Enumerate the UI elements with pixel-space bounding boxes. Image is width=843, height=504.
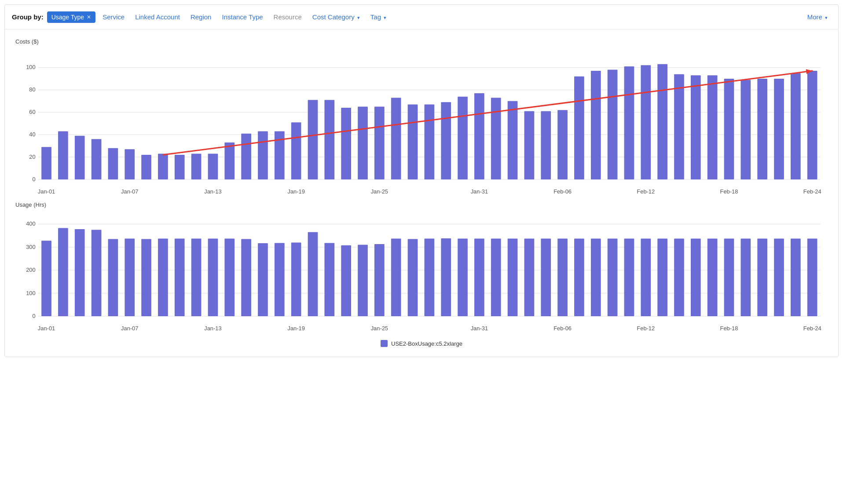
svg-text:Jan-25: Jan-25 [371, 188, 388, 195]
svg-rect-124 [757, 238, 767, 316]
svg-text:100: 100 [26, 64, 36, 70]
svg-text:0: 0 [32, 313, 35, 319]
filter-region[interactable]: Region [187, 11, 215, 23]
svg-rect-32 [374, 107, 385, 179]
filter-cost-category[interactable]: Cost Category ▾ [309, 11, 363, 23]
svg-text:Jan-13: Jan-13 [204, 325, 221, 332]
svg-rect-48 [641, 65, 651, 179]
svg-text:Feb-18: Feb-18 [720, 188, 738, 195]
svg-rect-111 [541, 238, 551, 316]
svg-rect-16 [108, 148, 118, 179]
svg-text:20: 20 [29, 153, 35, 160]
svg-rect-14 [75, 136, 85, 179]
svg-rect-100 [358, 245, 368, 316]
svg-rect-97 [308, 232, 318, 316]
usage-chart-section: Usage (Hrs) 0100200300400Jan-01Jan-07Jan… [15, 201, 828, 334]
svg-rect-53 [724, 79, 734, 179]
svg-rect-106 [458, 238, 468, 316]
costs-chart-svg: 020406080100Jan-01Jan-07Jan-13Jan-19Jan-… [15, 47, 828, 197]
svg-rect-85 [108, 239, 118, 316]
svg-rect-125 [774, 238, 784, 316]
svg-rect-126 [791, 238, 801, 316]
svg-rect-127 [807, 238, 817, 316]
svg-rect-123 [740, 238, 751, 316]
svg-rect-120 [691, 238, 701, 316]
svg-rect-90 [191, 238, 202, 316]
svg-rect-54 [740, 80, 751, 179]
svg-text:Jan-13: Jan-13 [204, 188, 221, 195]
svg-text:Feb-06: Feb-06 [553, 325, 572, 332]
remove-filter-button[interactable]: ✕ [87, 14, 91, 20]
svg-rect-99 [341, 245, 351, 316]
active-filter-chip[interactable]: Usage Type ✕ [47, 11, 95, 23]
svg-rect-55 [757, 79, 767, 179]
svg-text:100: 100 [26, 290, 36, 296]
cost-category-arrow: ▾ [357, 15, 360, 20]
svg-rect-109 [508, 238, 518, 316]
svg-rect-81 [41, 241, 51, 316]
svg-rect-82 [58, 228, 68, 316]
svg-rect-15 [92, 139, 102, 179]
svg-rect-42 [541, 111, 551, 179]
svg-rect-101 [374, 244, 385, 316]
svg-rect-107 [474, 238, 484, 316]
svg-rect-92 [224, 238, 235, 316]
costs-chart-section: Costs ($) 020406080100Jan-01Jan-07Jan-13… [15, 38, 828, 197]
svg-text:Jan-19: Jan-19 [287, 325, 304, 332]
svg-text:Jan-07: Jan-07 [121, 325, 138, 332]
svg-rect-104 [425, 238, 435, 316]
svg-text:Feb-12: Feb-12 [637, 325, 655, 332]
svg-text:0: 0 [32, 176, 35, 183]
svg-rect-18 [141, 155, 151, 179]
svg-text:Jan-19: Jan-19 [287, 188, 304, 195]
svg-rect-46 [608, 70, 618, 179]
svg-rect-119 [674, 238, 684, 316]
svg-rect-102 [391, 238, 401, 316]
chart-legend: USE2-BoxUsage:c5.2xlarge [15, 340, 828, 352]
svg-text:Jan-31: Jan-31 [471, 188, 488, 195]
svg-rect-30 [341, 108, 351, 179]
svg-text:Feb-18: Feb-18 [720, 325, 738, 332]
svg-rect-94 [258, 243, 268, 316]
svg-rect-29 [324, 100, 334, 179]
legend-swatch [381, 340, 388, 347]
svg-rect-33 [391, 98, 401, 179]
svg-rect-89 [175, 238, 185, 316]
svg-text:Jan-07: Jan-07 [121, 188, 138, 195]
svg-rect-28 [308, 100, 318, 179]
svg-text:Feb-24: Feb-24 [803, 325, 821, 332]
filter-linked-account[interactable]: Linked Account [132, 11, 183, 23]
svg-rect-93 [241, 239, 251, 316]
svg-rect-52 [707, 75, 718, 179]
svg-text:40: 40 [29, 131, 35, 138]
svg-text:Jan-01: Jan-01 [38, 188, 55, 195]
svg-rect-13 [58, 131, 68, 179]
svg-rect-31 [358, 107, 368, 179]
svg-rect-117 [641, 238, 651, 316]
svg-rect-24 [241, 134, 251, 179]
svg-rect-17 [125, 149, 135, 179]
svg-rect-23 [224, 142, 235, 179]
svg-rect-103 [408, 239, 418, 316]
svg-rect-38 [474, 93, 484, 179]
svg-text:Jan-01: Jan-01 [38, 325, 55, 332]
legend-label: USE2-BoxUsage:c5.2xlarge [391, 340, 462, 347]
svg-text:400: 400 [26, 220, 36, 227]
group-by-label: Group by: [12, 13, 44, 21]
svg-text:80: 80 [29, 86, 35, 93]
filter-tag[interactable]: Tag ▾ [367, 11, 390, 23]
filter-resource[interactable]: Resource [270, 11, 305, 23]
svg-rect-45 [591, 71, 601, 179]
svg-rect-26 [275, 131, 285, 179]
svg-text:Feb-24: Feb-24 [803, 188, 821, 195]
svg-text:Feb-12: Feb-12 [637, 188, 655, 195]
active-filter-text: Usage Type [51, 14, 84, 21]
group-by-bar: Group by: Usage Type ✕ Service Linked Ac… [5, 5, 838, 29]
filter-more[interactable]: More ▾ [804, 11, 831, 23]
usage-y-label: Usage (Hrs) [15, 201, 828, 208]
svg-rect-95 [275, 243, 285, 316]
svg-rect-41 [524, 111, 535, 179]
filter-instance-type[interactable]: Instance Type [218, 11, 266, 23]
svg-rect-121 [707, 238, 718, 316]
filter-service[interactable]: Service [99, 11, 128, 23]
